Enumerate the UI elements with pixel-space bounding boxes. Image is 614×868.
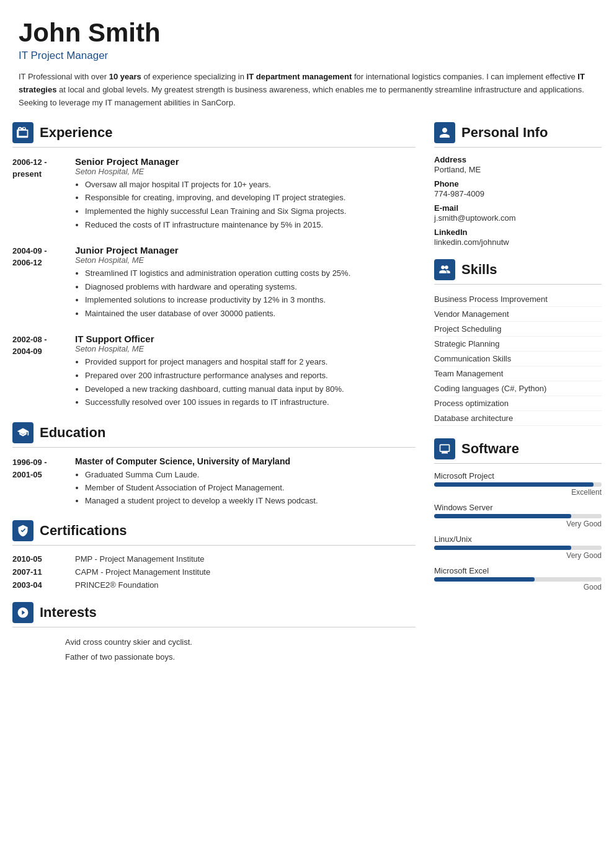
education-section: Education 1996-09 - 2001-05 Master of Co… [12, 422, 416, 507]
address-value: Portland, ME [434, 165, 602, 174]
experience-section: Experience 2006-12 - present Senior Proj… [12, 122, 416, 410]
address-label: Address [434, 155, 602, 164]
skill-item-0: Business Process Improvement [434, 292, 602, 307]
education-entry-1: 1996-09 - 2001-05 Master of Computer Sci… [12, 456, 416, 507]
phone-label: Phone [434, 179, 602, 188]
certifications-icon [12, 520, 33, 541]
edu-content-1: Master of Computer Science, University o… [75, 456, 318, 507]
summary-text: IT Professional with over 10 years of ex… [19, 71, 595, 109]
edu-bullets-1: Graduated Summa Cum Laude. Member of Stu… [75, 469, 318, 507]
education-header: Education [12, 422, 416, 443]
certifications-section: Certifications 2010-05 PMP - Project Man… [12, 520, 416, 590]
bar-fill-2 [434, 546, 571, 550]
software-section: Software Microsoft Project Excellent Win… [434, 438, 602, 591]
software-name-2: Linux/Unix [434, 534, 602, 544]
cert-entry-1: 2010-05 PMP - Project Management Institu… [12, 554, 416, 564]
email-label: E-mail [434, 203, 602, 213]
bullet: Managed a student project to develop a w… [85, 495, 318, 508]
bar-track-0 [434, 482, 602, 487]
cert-date-2: 2007-11 [12, 567, 65, 577]
skills-section: Skills Business Process Improvement Vend… [434, 259, 602, 426]
cert-date-1: 2010-05 [12, 554, 65, 564]
bar-fill-0 [434, 482, 594, 487]
company-1: Seton Hospital, ME [75, 167, 416, 176]
linkedin-value: linkedin.com/johnutw [434, 237, 602, 247]
skills-header: Skills [434, 259, 602, 280]
software-item-1: Windows Server Very Good [434, 503, 602, 528]
experience-header: Experience [12, 122, 416, 143]
certifications-divider [12, 545, 416, 546]
experience-entry-3: 2002-08 - 2004-09 IT Support Officer Set… [12, 334, 416, 410]
bullet: Implemented solutions to increase produc… [85, 294, 416, 307]
edu-dates-1: 1996-09 - 2001-05 [12, 456, 65, 507]
left-column: Experience 2006-12 - present Senior Proj… [12, 122, 416, 849]
software-title: Software [461, 441, 519, 457]
candidate-name: John Smith [19, 19, 595, 47]
bullet: Graduated Summa Cum Laude. [85, 469, 318, 482]
software-icon [434, 438, 455, 459]
cert-name-3: PRINCE2® Foundation [75, 580, 159, 590]
bar-track-3 [434, 577, 602, 582]
job-title-3: IT Support Officer [75, 334, 416, 344]
experience-title: Experience [40, 125, 112, 141]
certifications-title: Certifications [40, 523, 127, 539]
skill-item-2: Project Scheduling [434, 322, 602, 337]
candidate-title: IT Project Manager [19, 50, 595, 62]
personal-info-icon [434, 122, 455, 143]
education-title: Education [40, 425, 105, 441]
experience-divider [12, 147, 416, 148]
skill-item-3: Strategic Planning [434, 337, 602, 352]
personal-info-section: Personal Info Address Portland, ME Phone… [434, 122, 602, 247]
skill-item-4: Communication Skills [434, 352, 602, 366]
interests-divider [12, 627, 416, 627]
bullet: Oversaw all major hospital IT projects f… [85, 179, 416, 192]
exp-content-3: IT Support Officer Seton Hospital, ME Pr… [75, 334, 416, 410]
skill-item-5: Team Management [434, 366, 602, 381]
software-divider [434, 463, 602, 464]
bar-track-2 [434, 546, 602, 550]
personal-info-title: Personal Info [461, 125, 548, 141]
bullet: Responsible for creating, improving, and… [85, 192, 416, 205]
linkedin-label: LinkedIn [434, 228, 602, 237]
experience-entry-1: 2006-12 - present Senior Project Manager… [12, 156, 416, 232]
personal-info-divider [434, 147, 602, 148]
certifications-header: Certifications [12, 520, 416, 541]
interest-item-2: Father of two passionate boys. [12, 651, 416, 664]
exp-dates-2: 2004-09 - 2006-12 [12, 245, 65, 321]
bullet: Successfully resolved over 100 issues in… [85, 396, 416, 409]
software-item-0: Microsoft Project Excellent [434, 471, 602, 497]
exp-bullets-3: Provided support for project managers an… [75, 356, 416, 409]
cert-entry-3: 2003-04 PRINCE2® Foundation [12, 580, 416, 590]
skill-item-1: Vendor Management [434, 307, 602, 322]
exp-bullets-1: Oversaw all major hospital IT projects f… [75, 179, 416, 232]
bullet: Prepared over 200 infrastructure perform… [85, 370, 416, 383]
job-title-2: Junior Project Manager [75, 245, 416, 255]
right-column: Personal Info Address Portland, ME Phone… [434, 122, 602, 849]
bar-track-1 [434, 514, 602, 518]
bullet: Diagnosed problems with hardware and ope… [85, 281, 416, 294]
experience-entry-2: 2004-09 - 2006-12 Junior Project Manager… [12, 245, 416, 321]
bar-label-1: Very Good [434, 520, 602, 528]
degree-1: Master of Computer Science, University o… [75, 456, 318, 466]
exp-content-1: Senior Project Manager Seton Hospital, M… [75, 156, 416, 232]
phone-value: 774-987-4009 [434, 189, 602, 198]
company-2: Seton Hospital, ME [75, 255, 416, 265]
email-value: j.smith@uptowork.com [434, 213, 602, 223]
skills-divider [434, 284, 602, 285]
interests-title: Interests [40, 604, 97, 621]
bullet: Implemented the highly successful Lean T… [85, 205, 416, 218]
experience-icon [12, 122, 33, 143]
skills-icon [434, 259, 455, 280]
job-title-1: Senior Project Manager [75, 156, 416, 167]
interests-icon [12, 602, 33, 623]
software-header: Software [434, 438, 602, 459]
bullet: Developed a new tracking dashboard, cutt… [85, 383, 416, 396]
header: John Smith IT Project Manager IT Profess… [0, 0, 614, 122]
software-name-1: Windows Server [434, 503, 602, 512]
cert-date-3: 2003-04 [12, 580, 65, 590]
bullet: Maintained the user database of over 300… [85, 308, 416, 321]
cert-entry-2: 2007-11 CAPM - Project Management Instit… [12, 567, 416, 577]
skill-item-6: Coding languages (C#, Python) [434, 381, 602, 396]
body-layout: Experience 2006-12 - present Senior Proj… [0, 122, 614, 868]
bullet: Member of Student Association of Project… [85, 482, 318, 495]
